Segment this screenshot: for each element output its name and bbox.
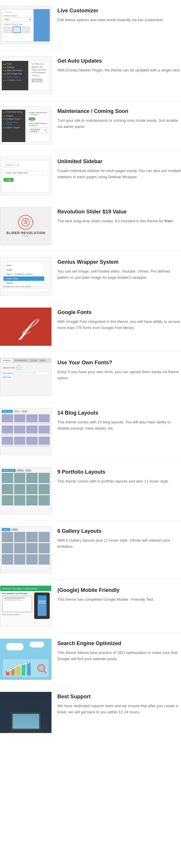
wrapper-dropdown[interactable]: Color Image Video ( Youtube & Vimeo ) In… <box>3 262 44 286</box>
svg-rect-5 <box>22 664 25 675</box>
gallery-thumb-8 <box>38 543 50 553</box>
portfolio-thumb-6 <box>14 484 26 494</box>
panel-back[interactable]: Header <box>3 11 32 13</box>
tab-gallery-style[interactable]: Style <box>11 528 18 531</box>
feature-live-customizer: Header Header Style Plain ⬍ Header Plain… <box>0 0 181 50</box>
upload-fonts-row: Upload Fonts + <box>3 365 49 370</box>
portfolio-thumb-7 <box>26 484 38 494</box>
cloud-icon-1 <box>6 643 24 650</box>
feature-desc-gallery: With 6 Gallery layouts plus 11 hover sty… <box>57 537 181 550</box>
feature-desc-maintenance: Turn your site to maintenance or coming … <box>57 118 181 130</box>
feature-content-live-customizer: Live Customizer Edit theme options and v… <box>57 6 181 23</box>
feature-portfolio: Portfolio Style Filters Grid 9 Portfolio <box>0 461 181 521</box>
tab-wido[interactable]: WIDO <box>39 359 47 362</box>
blog-thumb-8 <box>38 426 50 436</box>
blog-thumb-12 <box>38 437 50 447</box>
seo-chart-svg <box>3 659 49 677</box>
dd-insert-video[interactable]: Insert Video <box>3 276 44 281</box>
feature-content-auto-updates: Get Auto Updates With Envato Market Plug… <box>57 56 181 73</box>
feature-auto-updates: ■Tools ■Settings ■Slider Revolution ■WP … <box>0 50 181 100</box>
tab-portfolio-style[interactable]: Portfolio Style <box>2 469 16 472</box>
menu-slider[interactable]: ■Slider Revolution <box>3 69 27 72</box>
menu-collapse[interactable]: ▲Collapse menu <box>3 79 27 82</box>
browser-preview: How Googlebot sees this page Learn more … <box>2 592 33 619</box>
side-maintenance[interactable]: ▸Maintenance Mode <box>2 121 25 126</box>
side-custom: ▸Custom Css/Js <box>2 117 25 121</box>
feature-content-portfolio: 9 Portfolio Layouts This theme comes wit… <box>57 467 181 485</box>
tab-general[interactable]: GENERAL <box>1 359 13 362</box>
menu-envato[interactable]: ●Envato Market <box>3 75 27 79</box>
feature-title-own-fonts: Use Your Own Fonts? <box>57 359 181 366</box>
tab-grid[interactable]: Grid <box>13 410 20 413</box>
menu-tools[interactable]: ■Tools <box>3 62 27 66</box>
font-name-input[interactable]: Fill in font name in English <box>14 371 49 375</box>
field1-label: Header Style <box>3 14 32 17</box>
dd-youtube-vimeo[interactable]: Video ( Youtube & Vimeo ) <box>3 272 44 276</box>
feature-title-live-customizer: Live Customizer <box>57 7 181 14</box>
feature-title-gallery: 6 Gallery Layouts <box>57 528 181 534</box>
tab-typography[interactable]: TYPOGRAPHY <box>13 359 29 362</box>
field2-label: Header Plain Style <box>3 23 32 26</box>
field1-select[interactable]: Plain ⬍ <box>3 17 32 22</box>
feature-unlimited-sidebar: Footer 4 ⬍ Create New Widget Area + Add … <box>0 151 181 201</box>
svg-line-14 <box>44 671 46 673</box>
feature-image-own-fonts: GENERAL TYPOGRAPHY COLOR WIDO Upload Fon… <box>0 358 52 396</box>
phone-screen <box>38 595 47 616</box>
gallery-thumb-11 <box>26 554 38 564</box>
gallery-thumb-3 <box>26 532 38 542</box>
enable-label: Enable Maintenance / Coming S <box>29 112 48 116</box>
feature-image-gallery: Gallery Style <box>0 526 52 574</box>
preview-pane <box>34 9 50 41</box>
portfolio-thumb-12 <box>38 495 50 505</box>
feature-maintenance: ▸Thumbnail Sizing ▸Plugins ▸Custom Css/J… <box>0 100 181 151</box>
feature-desc-support: We have dedicated support team and we en… <box>57 703 181 715</box>
dd-image[interactable]: Image <box>3 268 44 272</box>
tab-portfolio-grid[interactable]: Grid <box>25 469 31 472</box>
url-input[interactable] <box>3 288 48 292</box>
feature-content-sidebar: Unlimited Sidebar Create individual side… <box>57 157 181 180</box>
slider-revolution-logo: S SLIDER REVOLUTION PRO <box>6 215 45 237</box>
feature-content-wrapper: Genius Wrapper System You can set image,… <box>57 257 181 281</box>
portfolio-thumb-5 <box>2 484 13 494</box>
svg-text:S: S <box>24 220 27 225</box>
svg-point-13 <box>39 666 43 671</box>
gallery-thumb-9 <box>2 554 13 564</box>
feature-image-portfolio: Portfolio Style Filters Grid <box>0 467 52 514</box>
gallery-thumb-2 <box>14 532 26 542</box>
cloud-icon-2 <box>29 642 44 648</box>
upload-fonts-button[interactable]: + <box>17 365 21 370</box>
feature-title-support: Best Support <box>57 693 181 700</box>
svg-point-10 <box>23 664 24 665</box>
slider-icon: S <box>18 215 33 230</box>
blog-thumb-7 <box>26 426 38 436</box>
add-widget-button[interactable]: + Add <box>3 178 13 182</box>
feature-own-fonts: GENERAL TYPOGRAPHY COLOR WIDO Upload Fon… <box>0 352 181 402</box>
settings-button[interactable]: Settings <box>31 79 42 82</box>
feature-title-maintenance: Maintenance / Coming Soon <box>57 108 181 115</box>
feature-desc-own-fonts: Easy! If you have your own fonts, you ca… <box>57 369 181 381</box>
tab-color[interactable]: COLOR <box>29 359 38 362</box>
feature-slider-revolution: S SLIDER REVOLUTION PRO Revolution Slide… <box>0 201 181 251</box>
tab-blog-style[interactable]: Blog Style <box>2 410 13 413</box>
feature-image-seo <box>0 639 52 680</box>
feature-image-maintenance: ▸Thumbnail Sizing ▸Plugins ▸Custom Css/J… <box>0 106 52 145</box>
dd-color[interactable]: Color <box>3 263 44 268</box>
feature-title-auto-updates: Get Auto Updates <box>57 58 181 64</box>
maintenance-select[interactable]: Homepage - Landing ⬍ <box>29 127 48 133</box>
feature-content-seo: Search Engine Optimized This theme follo… <box>57 639 181 662</box>
feature-image-sidebar: Footer 4 ⬍ Create New Widget Area + Add <box>0 157 52 195</box>
feature-content-maintenance: Maintenance / Coming Soon Turn your site… <box>57 106 181 130</box>
tab-other[interactable]: Other <box>21 410 28 413</box>
edit-font-link[interactable]: Edit Font <box>3 376 49 378</box>
tab-gallery[interactable]: Gallery <box>2 528 10 531</box>
dd-pattern[interactable]: Pattern <box>3 281 44 285</box>
footer-select[interactable]: Footer 4 ⬍ <box>3 162 48 169</box>
toggle-switch[interactable]: ON <box>29 117 35 121</box>
svg-rect-6 <box>27 662 31 675</box>
fonts-tab-bar: GENERAL TYPOGRAPHY COLOR WIDO <box>0 358 51 363</box>
tab-portfolio-filters[interactable]: Filters <box>17 469 24 472</box>
menu-settings[interactable]: ■Settings <box>3 66 27 69</box>
feature-google-fonts: 𝒻 Google Fonts With Google Font integrat… <box>0 302 181 352</box>
menu-googlemaps[interactable]: ■WP Google Map <box>3 72 27 75</box>
gallery-thumb-6 <box>14 543 26 553</box>
